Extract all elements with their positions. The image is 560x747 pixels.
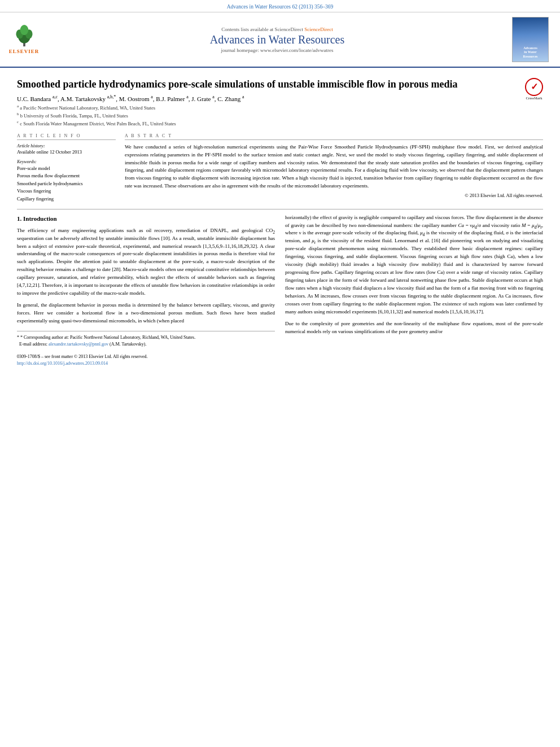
right-paragraph-1: horizontally) the effect of gravity is n… [285,214,543,316]
keyword-5: Capillary fingering [17,195,116,203]
abstract-column: A B S T R A C T We have conducted a seri… [125,133,543,203]
journal-cover-thumbnail: Advances in Water Resources [512,17,549,62]
elsevier-logo: ELSEVIER [6,25,42,54]
article-info-label: A R T I C L E I N F O [17,133,116,140]
article-content: Smoothed particle hydrodynamics pore-sca… [0,68,560,373]
svg-point-4 [20,25,28,35]
email-link[interactable]: alexandre.tartakovsky@pnnl.gov [49,342,108,347]
journal-title: Advances in Water Resources [42,33,512,46]
crossmark-icon: ✓ [525,78,543,96]
keywords-label: Keywords: [17,159,116,164]
sciencedirect-line: Contents lists available at ScienceDirec… [42,27,512,32]
crossmark-badge: ✓ CrossMark [525,78,543,101]
issn-line: 0309-1708/$ – see front matter © 2013 El… [17,353,275,360]
journal-header-center: Contents lists available at ScienceDirec… [42,27,512,53]
elsevier-text: ELSEVIER [9,49,40,54]
affiliations: a a Pacific Northwest National Laborator… [17,104,543,127]
intro-paragraph-1: The efficiency of many engineering appli… [17,227,275,298]
crossmark-label: CrossMark [526,97,542,101]
doi-link[interactable]: http://dx.doi.org/10.1016/j.advwatres.20… [17,361,108,366]
abstract-label: A B S T R A C T [125,133,543,140]
sciencedirect-link[interactable]: ScienceDirect [304,27,333,32]
journal-cover-text: Advances in Water Resources [521,44,540,62]
right-column: horizontally) the effect of gravity is n… [285,214,543,367]
journal-citation-link[interactable]: Advances in Water Resources 62 (2013) 35… [227,4,334,10]
footnote-area: * * Corresponding author at: Pacific Nor… [17,331,275,367]
right-paragraph-2: Due to the complexity of pore geometries… [285,320,543,336]
footnote-email: E-mail address: alexandre.tartakovsky@pn… [17,341,275,348]
keywords-list: Pore-scale model Porous media flow displ… [17,165,116,203]
section-divider [17,209,543,209]
journal-homepage: journal homepage: www.elsevier.com/locat… [42,47,512,53]
history-value: Available online 12 October 2013 [17,149,116,155]
doi-line: http://dx.doi.org/10.1016/j.advwatres.20… [17,360,275,367]
article-info-column: A R T I C L E I N F O Article history: A… [17,133,116,203]
keyword-2: Porous media flow displacement [17,172,116,180]
left-column: 1. Introduction The efficiency of many e… [17,214,275,367]
intro-paragraph-2: In general, the displacement behavior in… [17,302,275,325]
journal-header: ELSEVIER Contents lists available at Sci… [0,12,560,68]
keyword-4: Viscous fingering [17,187,116,195]
main-content: 1. Introduction The efficiency of many e… [17,214,543,367]
info-abstract-section: A R T I C L E I N F O Article history: A… [17,133,543,203]
article-title: Smoothed particle hydrodynamics pore-sca… [17,78,543,91]
intro-heading: 1. Introduction [17,214,275,224]
copyright: © 2013 Elsevier Ltd. All rights reserved… [125,193,543,198]
footnote-corresponding: * * Corresponding author at: Pacific Nor… [17,334,275,341]
authors-line: U.C. Bandara a,c, A.M. Tartakovsky a,b,*… [17,95,543,102]
issn-doi-area: 0309-1708/$ – see front matter © 2013 El… [17,353,275,367]
history-label: Article history: [17,143,116,148]
abstract-text: We have conducted a series of high-resol… [125,143,543,191]
keyword-3: Smoothed particle hydrodynamics [17,180,116,188]
journal-citation-bar: Advances in Water Resources 62 (2013) 35… [0,0,560,12]
keyword-1: Pore-scale model [17,165,116,173]
